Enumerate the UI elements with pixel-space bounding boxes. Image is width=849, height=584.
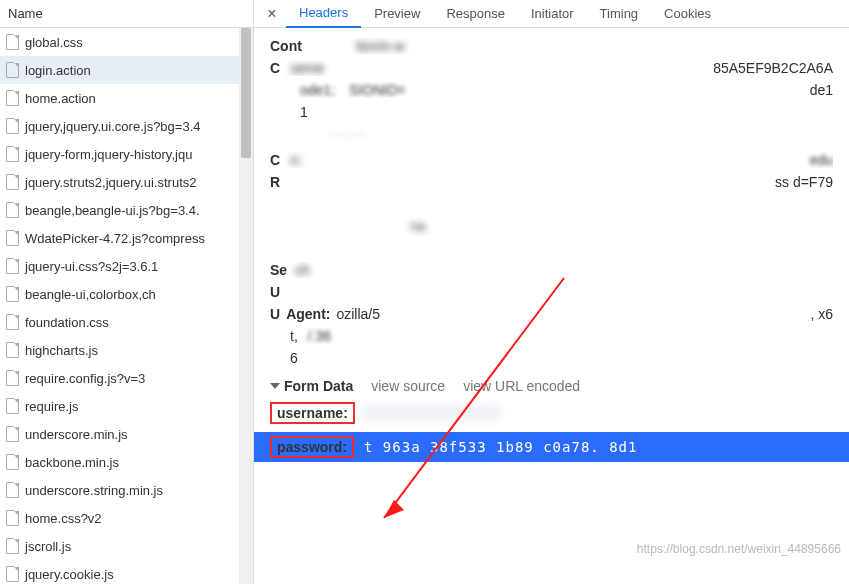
user-agent-value: ozilla/5	[336, 306, 380, 322]
sidebar-scrollbar-track[interactable]	[239, 28, 253, 584]
file-icon	[6, 34, 19, 50]
form-row-password: password: t 963a 38f533 1b89 c0a78. 8d1	[254, 432, 849, 462]
tab-preview[interactable]: Preview	[361, 0, 433, 28]
sidebar-item[interactable]: home.action	[0, 84, 253, 112]
svg-marker-1	[384, 500, 404, 518]
sidebar-item-label: beangle-ui,colorbox,ch	[25, 287, 156, 302]
sidebar-item[interactable]: beangle-ui,colorbox,ch	[0, 280, 253, 308]
u-key: U	[270, 284, 280, 300]
tab-headers[interactable]: Headers	[286, 0, 361, 28]
network-file-list: Name global.csslogin.actionhome.actionjq…	[0, 0, 254, 584]
user-agent-key: U	[270, 306, 280, 322]
file-icon	[6, 90, 19, 106]
sidebar-item-label: home.action	[25, 91, 96, 106]
detail-tabs: × HeadersPreviewResponseInitiatorTimingC…	[254, 0, 849, 28]
file-icon	[6, 174, 19, 190]
sidebar-item-label: underscore.string.min.js	[25, 483, 163, 498]
cookie-value: seme	[290, 60, 324, 76]
sidebar-item[interactable]: global.css	[0, 28, 253, 56]
sidebar-item[interactable]: foundation.css	[0, 308, 253, 336]
cookie-key: C	[270, 60, 280, 76]
sidebar-item[interactable]: login.action	[0, 56, 253, 84]
tab-timing[interactable]: Timing	[587, 0, 652, 28]
view-url-encoded-link[interactable]: view URL encoded	[463, 378, 580, 394]
sidebar-item-label: beangle,beangle-ui.js?bg=3.4.	[25, 203, 200, 218]
sidebar-item[interactable]: require.config.js?v=3	[0, 364, 253, 392]
sidebar-item-label: foundation.css	[25, 315, 109, 330]
file-icon	[6, 510, 19, 526]
file-icon	[6, 286, 19, 302]
tab-initiator[interactable]: Initiator	[518, 0, 587, 28]
caret-down-icon	[270, 383, 280, 389]
sidebar-item-label: global.css	[25, 35, 83, 50]
sidebar-item-label: jquery-form,jquery-history,jqu	[25, 147, 192, 162]
origin-key: C	[270, 152, 280, 168]
sidebar-item[interactable]: jquery-ui.css?s2j=3.6.1	[0, 252, 253, 280]
close-icon[interactable]: ×	[258, 5, 286, 23]
sidebar-item[interactable]: WdatePicker-4.72.js?compress	[0, 224, 253, 252]
sidebar-header-name[interactable]: Name	[0, 0, 253, 28]
sidebar-item-label: jquery,jquery.ui.core.js?bg=3.4	[25, 119, 200, 134]
cookie-tail-1: 85A5EF9B2C2A6A	[713, 60, 833, 76]
referer-key: R	[270, 174, 280, 190]
sidebar-item-label: backbone.min.js	[25, 455, 119, 470]
watermark: https://blog.csdn.net/weixin_44895666	[637, 542, 841, 556]
sidebar-item[interactable]: underscore.string.min.js	[0, 476, 253, 504]
tab-cookies[interactable]: Cookies	[651, 0, 724, 28]
file-icon	[6, 538, 19, 554]
sidebar-item-label: highcharts.js	[25, 343, 98, 358]
sidebar-scrollbar-thumb[interactable]	[241, 28, 251, 158]
sidebar-item-label: require.config.js?v=3	[25, 371, 145, 386]
tab-response[interactable]: Response	[433, 0, 518, 28]
file-icon	[6, 146, 19, 162]
username-key: username:	[270, 402, 355, 424]
file-icon	[6, 202, 19, 218]
file-icon	[6, 426, 19, 442]
sidebar-item[interactable]: jquery-form,jquery-history,jqu	[0, 140, 253, 168]
sidebar-item-label: jscroll.js	[25, 539, 71, 554]
file-icon	[6, 566, 19, 582]
sidebar-item[interactable]: beangle,beangle-ui.js?bg=3.4.	[0, 196, 253, 224]
sidebar-item[interactable]: underscore.min.js	[0, 420, 253, 448]
form-row-username: username:	[270, 402, 833, 424]
content-type-value	[302, 38, 356, 54]
password-value: t 963a 38f533 1b89 c0a78. 8d1	[364, 439, 637, 455]
sidebar-item-label: jquery-ui.css?s2j=3.6.1	[25, 259, 158, 274]
sidebar-item[interactable]: jquery.struts2,jquery.ui.struts2	[0, 168, 253, 196]
sidebar-item-label: login.action	[25, 63, 91, 78]
form-data-section[interactable]: Form Data view source view URL encoded	[270, 378, 833, 394]
file-icon	[6, 370, 19, 386]
file-icon	[6, 230, 19, 246]
file-icon	[6, 482, 19, 498]
sidebar-item[interactable]: backbone.min.js	[0, 448, 253, 476]
sidebar-item-label: require.js	[25, 399, 78, 414]
sidebar-item[interactable]: jscroll.js	[0, 532, 253, 560]
password-key: password:	[270, 436, 354, 458]
sidebar-item[interactable]: highcharts.js	[0, 336, 253, 364]
file-icon	[6, 118, 19, 134]
file-icon	[6, 62, 19, 78]
headers-pane: Cont tion/x-w C seme 85A5EF9B2C2A6A ode1…	[254, 28, 849, 584]
sec-key: Se	[270, 262, 287, 278]
sidebar-item[interactable]: home.css?v2	[0, 504, 253, 532]
file-icon	[6, 258, 19, 274]
file-icon	[6, 454, 19, 470]
sidebar-item[interactable]: require.js	[0, 392, 253, 420]
sidebar-item-label: underscore.min.js	[25, 427, 128, 442]
sidebar-item-label: jquery.cookie.js	[25, 567, 114, 582]
form-data-label: Form Data	[284, 378, 353, 394]
file-icon	[6, 342, 19, 358]
cookie-tail-2: de1	[810, 82, 833, 98]
file-icon	[6, 314, 19, 330]
sidebar-item-label: WdatePicker-4.72.js?compress	[25, 231, 205, 246]
sidebar-item[interactable]: jquery,jquery.ui.core.js?bg=3.4	[0, 112, 253, 140]
content-type-key: Cont	[270, 38, 302, 54]
file-icon	[6, 398, 19, 414]
username-value	[361, 405, 501, 421]
sidebar-item-label: home.css?v2	[25, 511, 102, 526]
view-source-link[interactable]: view source	[371, 378, 445, 394]
sidebar-item-label: jquery.struts2,jquery.ui.struts2	[25, 175, 196, 190]
sidebar-item[interactable]: jquery.cookie.js	[0, 560, 253, 584]
